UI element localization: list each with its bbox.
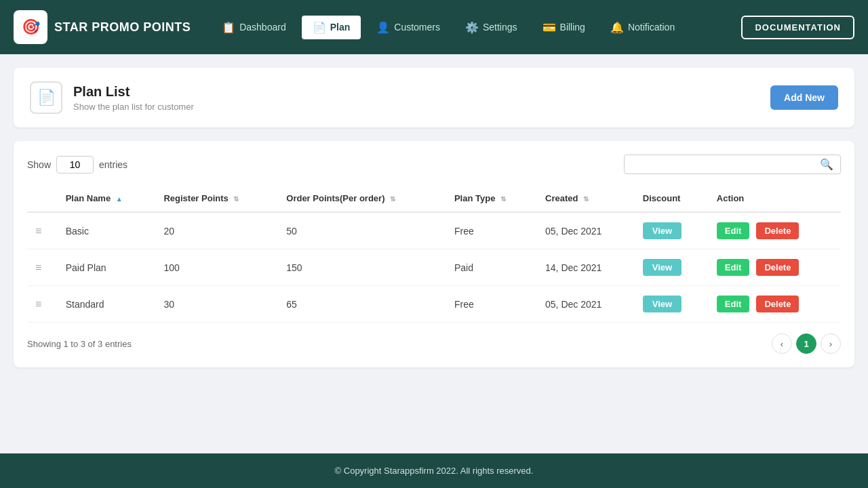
page-icon: 📄 bbox=[30, 81, 62, 114]
view-button-1[interactable]: View bbox=[643, 259, 682, 276]
table-controls: Show entries 🔍 bbox=[27, 155, 841, 174]
action-cell-1: Edit Delete bbox=[717, 259, 833, 276]
cell-plan-name-1: Paid Plan bbox=[58, 249, 156, 286]
view-button-0[interactable]: View bbox=[643, 222, 682, 239]
drag-icon-2: ≡ bbox=[35, 298, 41, 310]
billing-icon: 💳 bbox=[542, 21, 556, 34]
nav-item-dashboard[interactable]: 📋 Dashboard bbox=[211, 16, 297, 39]
edit-button-1[interactable]: Edit bbox=[717, 259, 750, 276]
table-row: ≡ Basic 20 50 Free 05, Dec 2021 View Edi… bbox=[27, 212, 841, 249]
settings-icon: ⚙️ bbox=[465, 21, 479, 34]
th-action-label: Action bbox=[717, 193, 744, 203]
cell-discount-1: View bbox=[635, 249, 709, 286]
showing-text: Showing 1 to 3 of 3 entries bbox=[27, 339, 132, 349]
table-card: Show entries 🔍 Plan Name ▲ Regis bbox=[14, 141, 854, 367]
search-box: 🔍 bbox=[624, 155, 841, 174]
drag-icon-0: ≡ bbox=[35, 225, 41, 237]
pagination-next[interactable]: › bbox=[821, 333, 841, 354]
nav-item-notification[interactable]: 🔔 Notification bbox=[599, 16, 686, 39]
cell-created-2: 05, Dec 2021 bbox=[537, 286, 635, 323]
cell-plan-type-0: Free bbox=[446, 212, 537, 249]
customers-icon: 👤 bbox=[376, 21, 390, 34]
cell-drag-0: ≡ bbox=[27, 212, 58, 249]
drag-icon-1: ≡ bbox=[35, 262, 41, 273]
th-created[interactable]: Created ⇅ bbox=[537, 185, 635, 212]
cell-action-2: Edit Delete bbox=[709, 286, 841, 323]
nav-item-customers[interactable]: 👤 Customers bbox=[366, 16, 451, 39]
nav-item-plan[interactable]: 📄 Plan bbox=[300, 14, 363, 41]
th-plan-type-label: Plan Type bbox=[454, 193, 495, 203]
delete-button-0[interactable]: Delete bbox=[756, 222, 799, 239]
cell-action-1: Edit Delete bbox=[709, 249, 841, 286]
table-header-row: Plan Name ▲ Register Points ⇅ Order Poin… bbox=[27, 185, 841, 212]
edit-button-0[interactable]: Edit bbox=[717, 222, 750, 239]
footer-text: © Copyright Starappsfirm 2022. All right… bbox=[335, 466, 534, 476]
brand-name: STAR PROMO POINTS bbox=[54, 20, 191, 35]
brand-logo-icon: 🎯 bbox=[22, 18, 40, 36]
delete-button-1[interactable]: Delete bbox=[756, 259, 799, 276]
main-content: 📄 Plan List Show the plan list for custo… bbox=[0, 54, 868, 381]
brand-logo: 🎯 bbox=[14, 10, 47, 44]
table-head: Plan Name ▲ Register Points ⇅ Order Poin… bbox=[27, 185, 841, 212]
pagination-page-1[interactable]: 1 bbox=[796, 333, 816, 354]
th-plan-type[interactable]: Plan Type ⇅ bbox=[446, 185, 537, 212]
search-icon: 🔍 bbox=[820, 158, 833, 171]
view-button-2[interactable]: View bbox=[643, 296, 682, 312]
page-title: Plan List bbox=[73, 84, 194, 100]
sort-icon-created: ⇅ bbox=[583, 195, 589, 203]
nav-links: 📋 Dashboard 📄 Plan 👤 Customers ⚙️ Settin… bbox=[211, 14, 741, 41]
cell-discount-2: View bbox=[635, 286, 709, 323]
cell-created-0: 05, Dec 2021 bbox=[537, 212, 635, 249]
nav-label-notification: Notification bbox=[628, 22, 675, 33]
brand: 🎯 STAR PROMO POINTS bbox=[14, 10, 191, 44]
cell-order-points-0: 50 bbox=[278, 212, 446, 249]
th-plan-name[interactable]: Plan Name ▲ bbox=[58, 185, 156, 212]
table-row: ≡ Standard 30 65 Free 05, Dec 2021 View … bbox=[27, 286, 841, 323]
cell-drag-1: ≡ bbox=[27, 249, 58, 286]
entries-input[interactable] bbox=[56, 156, 94, 174]
table-row: ≡ Paid Plan 100 150 Paid 14, Dec 2021 Vi… bbox=[27, 249, 841, 286]
th-plan-name-label: Plan Name bbox=[66, 193, 111, 203]
th-created-label: Created bbox=[545, 193, 578, 203]
th-register-points-label: Register Points bbox=[163, 193, 228, 203]
sort-icon-type: ⇅ bbox=[500, 195, 506, 203]
pagination-prev[interactable]: ‹ bbox=[772, 333, 792, 354]
th-discount: Discount bbox=[635, 185, 709, 212]
page-header-left: 📄 Plan List Show the plan list for custo… bbox=[30, 81, 194, 114]
cell-order-points-2: 65 bbox=[278, 286, 446, 323]
navbar: 🎯 STAR PROMO POINTS 📋 Dashboard 📄 Plan 👤… bbox=[0, 0, 868, 54]
pagination-controls: ‹ 1 › bbox=[772, 333, 841, 354]
dashboard-icon: 📋 bbox=[222, 21, 235, 34]
action-cell-0: Edit Delete bbox=[717, 222, 833, 239]
show-label: Show bbox=[27, 159, 51, 170]
nav-item-billing[interactable]: 💳 Billing bbox=[532, 16, 596, 39]
action-cell-2: Edit Delete bbox=[717, 296, 833, 312]
table-body: ≡ Basic 20 50 Free 05, Dec 2021 View Edi… bbox=[27, 212, 841, 323]
cell-order-points-1: 150 bbox=[278, 249, 446, 286]
nav-item-settings[interactable]: ⚙️ Settings bbox=[454, 16, 528, 39]
sort-icon-reg: ⇅ bbox=[233, 195, 239, 203]
cell-plan-name-0: Basic bbox=[58, 212, 156, 249]
documentation-button[interactable]: DOCUMENTATION bbox=[741, 16, 854, 39]
nav-label-plan: Plan bbox=[330, 22, 351, 33]
th-register-points[interactable]: Register Points ⇅ bbox=[155, 185, 278, 212]
search-input[interactable] bbox=[631, 159, 820, 170]
cell-register-points-2: 30 bbox=[155, 286, 278, 323]
cell-register-points-1: 100 bbox=[155, 249, 278, 286]
page-header-card: 📄 Plan List Show the plan list for custo… bbox=[14, 68, 854, 127]
pagination-row: Showing 1 to 3 of 3 entries ‹ 1 › bbox=[27, 333, 841, 354]
nav-label-dashboard: Dashboard bbox=[239, 22, 286, 33]
th-order-points-label: Order Points(Per order) bbox=[286, 193, 384, 203]
delete-button-2[interactable]: Delete bbox=[756, 296, 799, 312]
cell-plan-type-1: Paid bbox=[446, 249, 537, 286]
th-order-points[interactable]: Order Points(Per order) ⇅ bbox=[278, 185, 446, 212]
cell-created-1: 14, Dec 2021 bbox=[537, 249, 635, 286]
add-new-button[interactable]: Add New bbox=[770, 85, 838, 110]
cell-plan-name-2: Standard bbox=[58, 286, 156, 323]
sort-up-icon: ▲ bbox=[116, 195, 123, 203]
edit-button-2[interactable]: Edit bbox=[717, 296, 750, 312]
cell-action-0: Edit Delete bbox=[709, 212, 841, 249]
page-icon-symbol: 📄 bbox=[37, 89, 56, 106]
show-entries: Show entries bbox=[27, 156, 127, 174]
th-drag bbox=[27, 185, 58, 212]
